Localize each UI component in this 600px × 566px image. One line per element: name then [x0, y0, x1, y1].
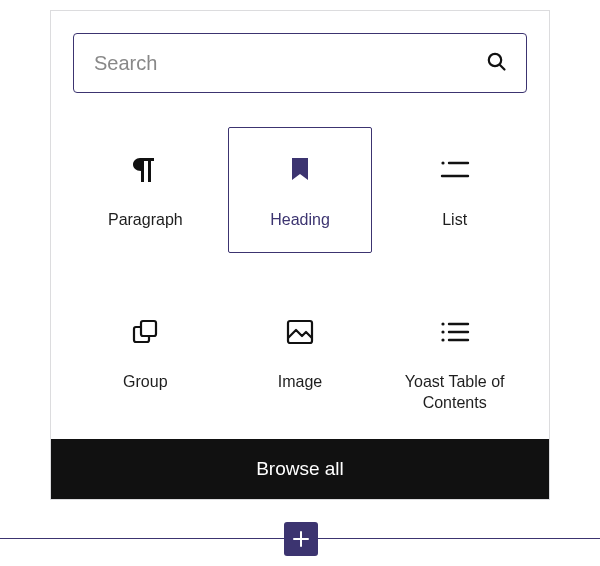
- block-label: Image: [272, 372, 328, 393]
- svg-point-8: [441, 322, 444, 325]
- block-inserter-panel: Paragraph Heading List: [50, 10, 550, 500]
- plus-icon: [291, 529, 311, 549]
- block-label: List: [436, 210, 473, 231]
- browse-all-button[interactable]: Browse all: [51, 439, 549, 499]
- search-icon: [484, 49, 508, 77]
- svg-rect-6: [141, 321, 156, 336]
- group-icon: [131, 314, 159, 350]
- block-option-yoast-toc[interactable]: Yoast Table of Contents: [382, 289, 527, 415]
- block-option-list[interactable]: List: [382, 127, 527, 253]
- block-option-paragraph[interactable]: Paragraph: [73, 127, 218, 253]
- svg-point-2: [441, 161, 444, 164]
- block-label: Group: [117, 372, 173, 393]
- paragraph-icon: [132, 152, 158, 188]
- image-icon: [286, 314, 314, 350]
- svg-point-10: [441, 330, 444, 333]
- search-field-container[interactable]: [73, 33, 527, 93]
- svg-point-12: [441, 338, 444, 341]
- bookmark-icon: [289, 152, 311, 188]
- block-label: Yoast Table of Contents: [383, 372, 526, 414]
- block-label: Heading: [264, 210, 336, 231]
- block-option-image[interactable]: Image: [228, 289, 373, 415]
- svg-point-0: [489, 54, 501, 66]
- block-label: Paragraph: [102, 210, 189, 231]
- block-option-heading[interactable]: Heading: [228, 127, 373, 253]
- list-icon: [440, 152, 470, 188]
- add-block-button[interactable]: [284, 522, 318, 556]
- svg-line-1: [500, 65, 504, 69]
- block-grid: Paragraph Heading List: [51, 103, 549, 439]
- search-input[interactable]: [92, 51, 484, 76]
- toc-icon: [440, 314, 470, 350]
- svg-rect-7: [288, 321, 312, 343]
- block-option-group[interactable]: Group: [73, 289, 218, 415]
- search-bar: [51, 11, 549, 103]
